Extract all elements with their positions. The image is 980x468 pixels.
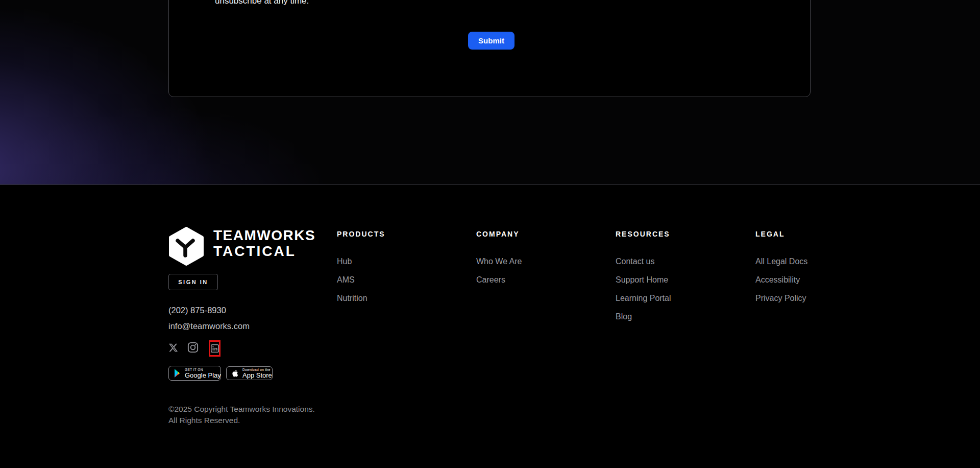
app-store-badge[interactable]: Download on the App Store [226,366,273,380]
footer-link-learning-portal[interactable]: Learning Portal [616,294,671,302]
brand-name-line1: TEAMWORKS [213,228,315,243]
footer-link-accessibility[interactable]: Accessibility [755,275,800,284]
column-title-resources: RESOURCES [616,231,733,238]
brand-wordmark: TEAMWORKS TACTICAL [213,228,315,260]
footer-link-support-home[interactable]: Support Home [616,275,668,284]
phone-link[interactable]: (202) 875-8930 [168,306,226,315]
footer-link-ams[interactable]: AMS [337,275,355,284]
footer-column-resources: RESOURCES Contact us Support Home Learni… [616,231,733,326]
footer-link-blog[interactable]: Blog [616,312,632,321]
list-item: Hub [337,252,454,271]
list-item: Blog [616,308,733,326]
footer-link-who-we-are[interactable]: Who We Are [476,257,522,266]
list-item: Who We Are [476,252,594,271]
list-item: AMS [337,271,454,289]
footer-link-nutrition[interactable]: Nutrition [337,294,368,302]
copyright-line1: ©2025 Copyright Teamworks Innovations. [168,404,315,415]
column-title-legal: LEGAL [755,231,873,238]
email-link[interactable]: info@teamworks.com [168,321,250,331]
app-store-label: App Store [242,372,272,379]
copyright: ©2025 Copyright Teamworks Innovations. A… [168,404,315,426]
list-item: Contact us [616,252,733,271]
list-item: All Legal Docs [755,252,873,271]
footer-link-privacy-policy[interactable]: Privacy Policy [755,294,806,302]
newsletter-card: unsubscribe at any time. Submit [168,0,811,97]
list-item: Careers [476,271,594,289]
footer-column-products: PRODUCTS Hub AMS Nutrition [337,231,454,308]
sign-in-button[interactable]: SIGN IN [168,274,218,290]
submit-button[interactable]: Submit [468,32,514,50]
list-item: Learning Portal [616,289,733,308]
google-play-label: Google Play [185,372,221,379]
linkedin-icon[interactable] [211,344,219,353]
brand-name-line2: TACTICAL [213,243,315,260]
footer: TEAMWORKS TACTICAL SIGN IN (202) 875-893… [0,185,980,468]
annotation-highlight-box [209,340,220,357]
list-item: Support Home [616,271,733,289]
x-twitter-icon[interactable] [168,343,178,355]
footer-link-all-legal-docs[interactable]: All Legal Docs [755,257,807,266]
list-item: Nutrition [337,289,454,308]
instagram-icon[interactable] [187,342,199,355]
teamworks-logo-icon[interactable] [168,227,204,268]
footer-column-company: COMPANY Who We Are Careers [476,231,594,289]
google-play-icon [174,368,181,378]
unsubscribe-disclaimer: unsubscribe at any time. [215,0,309,7]
footer-column-legal: LEGAL All Legal Docs Accessibility Priva… [755,231,873,308]
footer-link-contact-us[interactable]: Contact us [616,257,654,266]
list-item: Accessibility [755,271,873,289]
footer-link-careers[interactable]: Careers [476,275,505,284]
footer-link-hub[interactable]: Hub [337,257,352,266]
apple-icon [231,369,238,378]
newsletter-section: unsubscribe at any time. Submit [0,0,980,185]
copyright-line2: All Rights Reserved. [168,415,315,426]
list-item: Privacy Policy [755,289,873,308]
column-title-products: PRODUCTS [337,231,454,238]
google-play-badge[interactable]: GET IT ON Google Play [168,366,221,381]
column-title-company: COMPANY [476,231,594,238]
